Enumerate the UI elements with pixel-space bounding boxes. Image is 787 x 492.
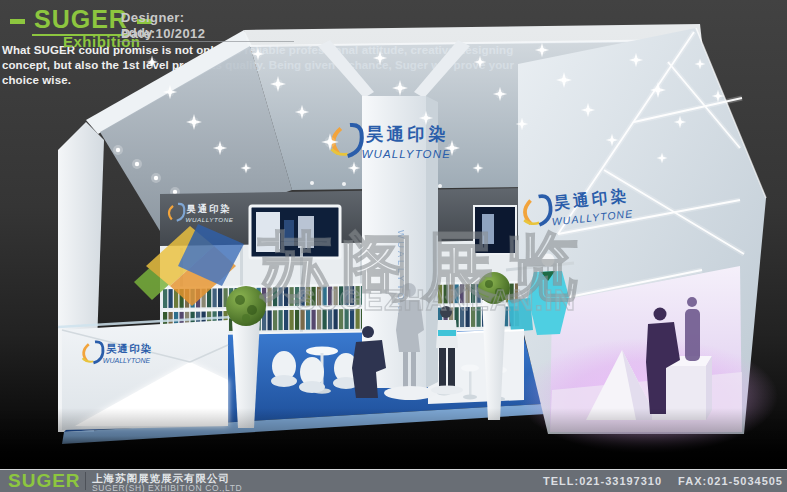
footer-divider <box>85 472 86 490</box>
tel-number: TELL:021-33197310 <box>543 475 662 487</box>
poster-root: { "header": { "brand": "SUGER", "brand_s… <box>0 0 787 492</box>
svg-text:昊通印染: 昊通印染 <box>186 203 232 214</box>
company-name-en: SUGER(SH) EXHIBITION CO.,LTD <box>92 483 242 492</box>
svg-text:WUALLYTONE: WUALLYTONE <box>362 148 451 160</box>
lounge-seating <box>271 347 359 394</box>
watermark-en: SUGEZHANLAN.IN <box>296 284 576 316</box>
date-underline <box>119 41 294 42</box>
svg-text:WUALLYTONE: WUALLYTONE <box>103 357 151 364</box>
svg-text:昊通印染: 昊通印染 <box>366 124 449 144</box>
footer-bar: SUGER 上海苏阁展览展示有限公司 SUGER(SH) EXHIBITION … <box>0 469 787 492</box>
date-label: Date:10/2012 <box>121 26 205 41</box>
brand-name: SUGER <box>32 7 130 36</box>
brand-dash-left <box>10 19 25 24</box>
footer-contact: TELL:021-33197310 FAX:021-5034505 <box>543 475 783 487</box>
footer-brand: SUGER <box>8 470 81 492</box>
fax-number: FAX:021-5034505 <box>678 475 783 487</box>
floor-shadow <box>0 408 787 470</box>
booth-render: 昊通印染 WUALLYTONE <box>0 0 787 492</box>
svg-text:昊通印染: 昊通印染 <box>106 343 153 355</box>
svg-text:WUALLYTONE: WUALLYTONE <box>185 216 233 223</box>
